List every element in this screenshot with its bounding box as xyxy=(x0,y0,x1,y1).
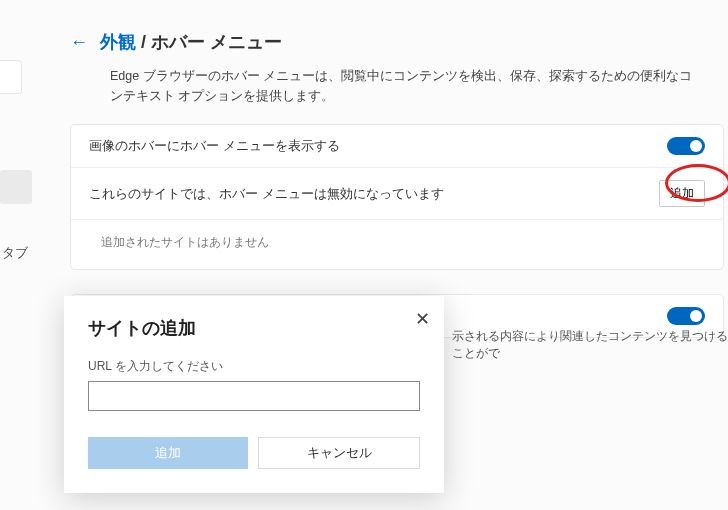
breadcrumb-current: ホバー メニュー xyxy=(151,32,282,52)
row-show-on-images-label: 画像のホバーにホバー メニューを表示する xyxy=(89,137,340,155)
main-content: ← 外観 / ホバー メニュー Edge ブラウザーのホバー メニューは、閲覧中… xyxy=(70,30,724,338)
toggle-show-on-images[interactable] xyxy=(667,137,705,155)
url-input-label: URL を入力してください xyxy=(88,358,420,375)
dialog-buttons: 追加 キャンセル xyxy=(88,437,420,469)
row-disabled-sites-label: これらのサイトでは、ホバー メニューは無効になっています xyxy=(89,185,444,203)
row-related-content-description: 示される内容により関連したコンテンツを見つけることがで xyxy=(452,328,728,362)
breadcrumb-appearance[interactable]: 外観 xyxy=(100,32,136,52)
close-icon[interactable]: ✕ xyxy=(415,308,430,330)
sidebar-fragment: タブ xyxy=(0,0,50,510)
row-empty-sites: 追加されたサイトはありません xyxy=(71,219,723,269)
sidebar-item-selected-fragment[interactable] xyxy=(0,170,32,204)
hover-menu-card: 画像のホバーにホバー メニューを表示する これらのサイトでは、ホバー メニューは… xyxy=(70,124,724,270)
row-disabled-sites: これらのサイトでは、ホバー メニューは無効になっています 追加 xyxy=(71,167,723,219)
dialog-add-button[interactable]: 追加 xyxy=(88,437,248,469)
add-site-dialog: ✕ サイトの追加 URL を入力してください 追加 キャンセル xyxy=(64,296,444,493)
add-site-button[interactable]: 追加 xyxy=(659,180,705,207)
page-title: 外観 / ホバー メニュー xyxy=(100,30,282,54)
page-header: ← 外観 / ホバー メニュー xyxy=(70,30,724,54)
dialog-title: サイトの追加 xyxy=(88,316,420,340)
back-arrow-icon[interactable]: ← xyxy=(70,32,88,53)
row-show-on-images: 画像のホバーにホバー メニューを表示する xyxy=(71,125,723,167)
dialog-cancel-button[interactable]: キャンセル xyxy=(258,437,420,469)
url-input[interactable] xyxy=(88,381,420,411)
sidebar-item-fragment[interactable] xyxy=(0,60,22,94)
sidebar-item-tab-fragment[interactable]: タブ xyxy=(2,244,28,262)
breadcrumb-separator: / xyxy=(136,32,151,52)
page-description: Edge ブラウザーのホバー メニューは、閲覧中にコンテンツを検出、保存、探索す… xyxy=(110,66,700,106)
settings-page: タブ ← 外観 / ホバー メニュー Edge ブラウザーのホバー メニューは、… xyxy=(0,0,728,510)
toggle-related-content[interactable] xyxy=(667,307,705,325)
